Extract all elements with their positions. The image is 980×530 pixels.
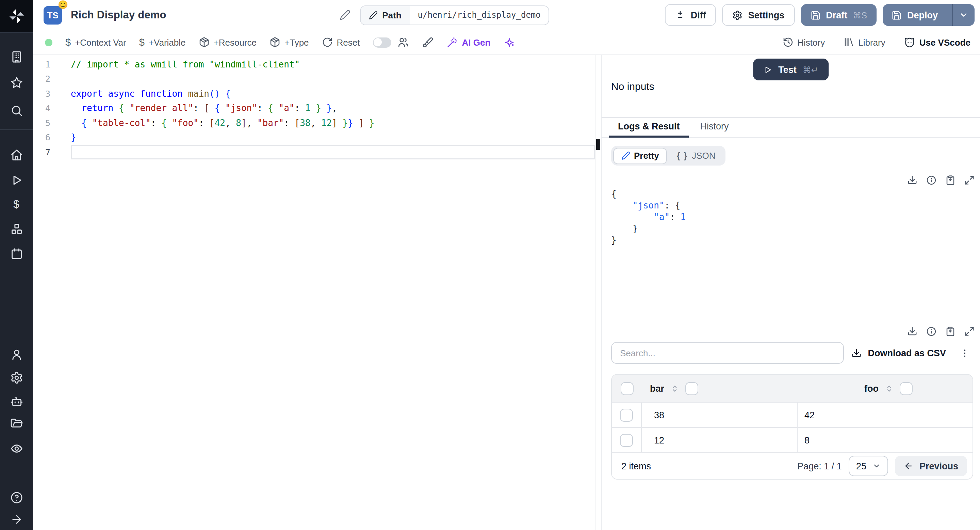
windmill-logo[interactable] (0, 0, 33, 33)
star-icon (10, 76, 23, 89)
result-info-button[interactable] (926, 175, 937, 185)
diff-toggle[interactable] (373, 37, 391, 47)
diff-button[interactable]: Diff (665, 4, 716, 26)
boxes-icon (10, 222, 23, 235)
add-resource-button[interactable]: +Resource (199, 37, 256, 48)
help-circle-icon (10, 491, 23, 504)
table-menu-button[interactable] (959, 348, 970, 358)
column-foo-checkbox[interactable] (900, 382, 913, 395)
page-title: Rich Display demo (71, 9, 166, 21)
sort-icon[interactable] (670, 384, 679, 393)
sidebar-item-resources[interactable] (0, 221, 33, 236)
add-context-var-button[interactable]: $ +Context Var (65, 37, 126, 48)
column-header-foo[interactable]: foo (798, 382, 972, 395)
sidebar-item-variables[interactable]: $ (0, 197, 33, 212)
code-line[interactable]: 2 (33, 72, 595, 86)
add-type-button[interactable]: +Type (269, 37, 309, 48)
download-result-button[interactable] (907, 175, 917, 185)
arrow-left-icon (904, 461, 913, 471)
expand-table-button[interactable] (964, 326, 975, 337)
code-editor[interactable]: 1// import * as wmill from "windmill-cli… (33, 55, 595, 530)
expand-result-button[interactable] (964, 175, 975, 185)
code-line[interactable]: 4 return { "render_all": [ { "json": { "… (33, 101, 595, 115)
download-csv-button[interactable]: Download as CSV (851, 348, 946, 358)
tab-history[interactable]: History (692, 121, 738, 137)
result-table: bar foo 3842128 2 i (611, 374, 973, 480)
column-bar-checkbox[interactable] (685, 382, 698, 395)
deploy-button[interactable]: Deploy (883, 4, 975, 26)
vscode-cat-icon (904, 37, 915, 48)
code-line[interactable]: 3export async function main() { (33, 86, 595, 101)
code-line[interactable]: 6} (33, 130, 595, 145)
sort-icon[interactable] (885, 384, 894, 393)
deploy-main[interactable]: Deploy (883, 4, 947, 26)
sidebar-expand-button[interactable] (0, 512, 33, 527)
ai-assistant-button[interactable] (503, 37, 515, 48)
use-vscode-button[interactable]: Use VScode (904, 37, 970, 48)
line-number: 7 (33, 145, 50, 160)
add-variable-button[interactable]: $ +Variable (139, 37, 186, 48)
table-info-button[interactable] (926, 326, 937, 337)
windmill-script-editor: $ TS (0, 0, 980, 530)
json-line: "a": 1 (611, 211, 975, 223)
editor-toolbar: $ +Context Var $ +Variable +Resource +Ty… (33, 30, 980, 54)
wand-icon (447, 37, 458, 48)
code-line[interactable]: 7 (33, 145, 595, 160)
result-tabs: Logs & Result History (601, 118, 980, 137)
sidebar-item-schedules[interactable] (0, 246, 33, 261)
sidebar-item-users[interactable] (0, 347, 33, 362)
settings-button[interactable]: Settings (722, 4, 795, 26)
robot-icon (10, 395, 23, 408)
sidebar-item-favorites[interactable] (0, 75, 33, 90)
edit-summary-button[interactable] (339, 10, 350, 21)
split-divider[interactable] (595, 55, 601, 530)
page-size-select[interactable]: 25 (849, 456, 888, 476)
row-checkbox[interactable] (620, 434, 633, 447)
table-row[interactable]: 128 (612, 427, 972, 452)
sidebar-item-search[interactable] (0, 103, 33, 118)
play-icon (763, 65, 772, 74)
status-dot (45, 38, 52, 46)
table-row[interactable]: 3842 (612, 402, 972, 427)
sidebar-item-audit-logs[interactable] (0, 441, 33, 456)
history-button[interactable]: History (782, 37, 825, 48)
reset-button[interactable]: Reset (322, 37, 360, 48)
download-table-button[interactable] (907, 326, 917, 337)
library-button[interactable]: Library (843, 37, 885, 48)
path-button[interactable]: Path u/henri/rich_display_demo (360, 5, 550, 25)
sidebar-item-workers[interactable] (0, 394, 33, 409)
deploy-dropdown-button[interactable] (952, 4, 975, 26)
pretty-view-button[interactable]: Pretty (613, 147, 667, 164)
split-drag-handle[interactable] (596, 139, 600, 150)
sidebar-item-workspace[interactable] (0, 49, 33, 64)
tab-logs-result[interactable]: Logs & Result (609, 121, 689, 137)
sidebar-item-help[interactable] (0, 490, 33, 505)
search-input[interactable] (611, 342, 844, 364)
sidebar: $ (0, 0, 33, 530)
draft-button[interactable]: Draft ⌘S (801, 4, 877, 26)
run-panel: Test ⌘↵ No inputs Logs & Result History … (601, 55, 980, 530)
sidebar-item-settings[interactable] (0, 370, 33, 385)
line-number: 1 (33, 57, 50, 72)
copy-table-button[interactable] (945, 326, 956, 337)
test-button[interactable]: Test ⌘↵ (753, 59, 829, 80)
column-header-bar[interactable]: bar (642, 382, 798, 395)
ai-gen-button[interactable]: AI Gen (447, 37, 491, 48)
page-info: Page: 1 / 1 (797, 461, 842, 471)
expand-icon (964, 326, 975, 337)
format-button[interactable] (422, 37, 434, 48)
clipboard-copy-icon (945, 326, 956, 337)
copy-result-button[interactable] (945, 175, 956, 185)
draft-shortcut: ⌘S (853, 10, 867, 20)
users-icon (398, 37, 409, 48)
code-line[interactable]: 5 { "table-col": { "foo": [42, 8], "bar"… (33, 115, 595, 130)
info-icon (926, 326, 937, 337)
previous-page-button[interactable]: Previous (895, 456, 967, 476)
code-line[interactable]: 1// import * as wmill from "windmill-cli… (33, 57, 595, 72)
sidebar-item-home[interactable] (0, 147, 33, 162)
sidebar-item-folders[interactable] (0, 416, 33, 431)
row-checkbox[interactable] (620, 409, 633, 421)
select-all-checkbox[interactable] (620, 382, 633, 395)
json-view-button[interactable]: { } JSON (669, 147, 724, 164)
sidebar-item-runs[interactable] (0, 172, 33, 187)
